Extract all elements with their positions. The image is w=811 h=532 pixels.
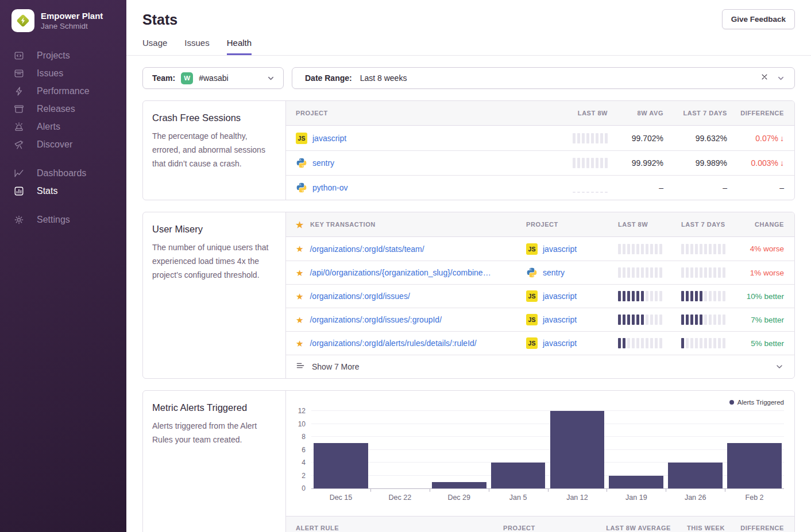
sidebar-item-label: Projects: [37, 51, 70, 61]
project-link[interactable]: sentry: [543, 268, 565, 277]
chart-bar[interactable]: [609, 476, 663, 489]
chart-bar[interactable]: [727, 443, 782, 488]
sparkline: [618, 314, 681, 325]
javascript-platform-icon: JS: [526, 337, 538, 349]
star-icon[interactable]: ★: [296, 292, 303, 301]
transaction-link[interactable]: /api/0/organizations/{organization_slug}…: [310, 268, 491, 277]
table-row: sentry99.992%99.989%0.003%↓: [286, 150, 794, 175]
column-header: ALERT RULE: [296, 525, 503, 531]
javascript-platform-icon: JS: [296, 133, 307, 144]
star-icon[interactable]: ★: [296, 316, 303, 324]
y-axis-tick-label: 10: [288, 420, 306, 428]
sidebar-item-label: Performance: [37, 86, 90, 96]
dashboards-icon: [14, 168, 24, 178]
project-link[interactable]: javascript: [543, 292, 577, 301]
column-header: PROJECT: [503, 525, 589, 531]
sidebar-item-dashboards[interactable]: Dashboards: [0, 164, 126, 182]
chart-bar[interactable]: [491, 463, 546, 488]
javascript-platform-icon: JS: [526, 314, 538, 325]
star-icon[interactable]: ★: [296, 244, 303, 253]
clear-icon[interactable]: [760, 73, 768, 83]
org-name: Empower Plant: [41, 10, 103, 21]
table-row: JSjavascript99.702%99.632%0.07%↓: [286, 126, 794, 150]
project-link[interactable]: javascript: [543, 339, 577, 348]
sidebar-item-settings[interactable]: Settings: [0, 211, 126, 228]
last-7-days-value: 99.632%: [663, 134, 727, 143]
give-feedback-button[interactable]: Give Feedback: [722, 9, 795, 29]
x-axis-tick-label: Jan 19: [607, 494, 666, 506]
sidebar-item-releases[interactable]: Releases: [0, 100, 126, 118]
change-value: 7% better: [746, 316, 784, 324]
project-link[interactable]: python-ov: [312, 183, 347, 192]
sidebar-item-label: Settings: [37, 215, 70, 225]
user-misery-table-header: ★KEY TRANSACTIONPROJECTLAST 8WLAST 7 DAY…: [286, 212, 794, 237]
column-header: LAST 8W AVERAGE: [589, 525, 671, 531]
python-platform-icon: [296, 157, 307, 169]
tab-issues[interactable]: Issues: [184, 38, 209, 55]
sidebar-item-performance[interactable]: Performance: [0, 82, 126, 100]
legend-dot-icon: [729, 400, 734, 405]
python-platform-icon: [526, 267, 538, 278]
date-range-label: Date Range:: [305, 73, 352, 83]
project-link[interactable]: javascript: [312, 134, 346, 143]
chart-plot-area: 024681012: [311, 411, 784, 489]
star-icon[interactable]: ★: [296, 339, 303, 348]
transaction-link[interactable]: /organizations/:orgId/issues/:groupId/: [310, 315, 442, 324]
x-axis-tick-label: Jan 26: [666, 494, 725, 506]
chart-bar[interactable]: [432, 482, 486, 488]
show-more-button[interactable]: Show 7 More: [286, 355, 794, 378]
javascript-platform-icon: JS: [526, 243, 538, 255]
change-value: 10% better: [746, 292, 784, 301]
javascript-platform-icon: JS: [526, 290, 538, 302]
team-avatar: W: [181, 72, 193, 84]
sidebar-item-discover[interactable]: Discover: [0, 135, 126, 153]
org-switcher[interactable]: Empower Plant Jane Schmidt: [0, 9, 126, 32]
y-axis-tick-label: 2: [288, 472, 306, 480]
column-header: 8W AVG: [608, 110, 663, 117]
chevron-down-icon: [267, 74, 275, 83]
star-icon[interactable]: ★: [296, 269, 303, 277]
star-icon: ★: [296, 220, 304, 229]
list-icon: [296, 361, 305, 372]
column-header: DIFFERENCE: [725, 525, 784, 531]
date-range-select[interactable]: Date Range: Last 8 weeks: [292, 67, 795, 89]
x-axis-tick-label: Dec 22: [370, 494, 430, 506]
tab-health[interactable]: Health: [227, 38, 252, 55]
change-value: 5% better: [746, 339, 784, 348]
stats-icon: [14, 186, 24, 196]
show-more-label: Show 7 More: [312, 362, 768, 371]
column-header: LAST 7 DAYS: [681, 221, 746, 228]
app-window: Empower Plant Jane Schmidt ProjectsIssue…: [0, 0, 811, 532]
transaction-link[interactable]: /organizations/:orgId/stats/team/: [310, 244, 424, 254]
chart-legend: Alerts Triggered: [286, 398, 794, 407]
panel-title: Metric Alerts Triggered: [152, 402, 276, 413]
chart-bar[interactable]: [668, 463, 723, 488]
table-row: python-ov–––: [286, 175, 794, 200]
panel-title: User Misery: [152, 224, 276, 235]
sidebar-item-label: Dashboards: [37, 168, 86, 178]
sidebar-item-projects[interactable]: Projects: [0, 46, 126, 64]
page-title: Stats: [142, 9, 177, 28]
arrow-down-icon: ↓: [780, 158, 784, 168]
date-range-value: Last 8 weeks: [360, 73, 407, 83]
transaction-link[interactable]: /organizations/:orgId/alerts/rules/detai…: [310, 339, 476, 348]
tab-usage[interactable]: Usage: [142, 38, 167, 55]
sidebar-item-stats[interactable]: Stats: [0, 182, 126, 200]
chart-bar[interactable]: [550, 411, 605, 488]
transaction-link[interactable]: /organizations/:orgId/issues/: [310, 292, 410, 301]
project-link[interactable]: sentry: [312, 158, 334, 168]
x-axis-tick-label: Feb 2: [725, 494, 784, 506]
project-link[interactable]: javascript: [543, 315, 577, 324]
team-select[interactable]: Team: W #wasabi: [142, 67, 284, 89]
project-link[interactable]: javascript: [543, 244, 577, 254]
panel-description: The number of unique users that experien…: [152, 240, 276, 282]
chart-bar[interactable]: [314, 443, 368, 488]
sidebar-item-alerts[interactable]: Alerts: [0, 118, 126, 135]
sidebar-item-issues[interactable]: Issues: [0, 64, 126, 82]
x-axis-tick-label: Jan 12: [548, 494, 607, 506]
user-misery-panel: User Misery The number of unique users t…: [142, 212, 795, 379]
column-header: THIS WEEK: [671, 525, 725, 531]
metric-alerts-panel: Metric Alerts Triggered Alerts triggered…: [142, 390, 795, 532]
crash-table-header: PROJECTLAST 8W8W AVGLAST 7 DAYSDIFFERENC…: [286, 101, 794, 126]
team-label: Team:: [152, 73, 175, 83]
